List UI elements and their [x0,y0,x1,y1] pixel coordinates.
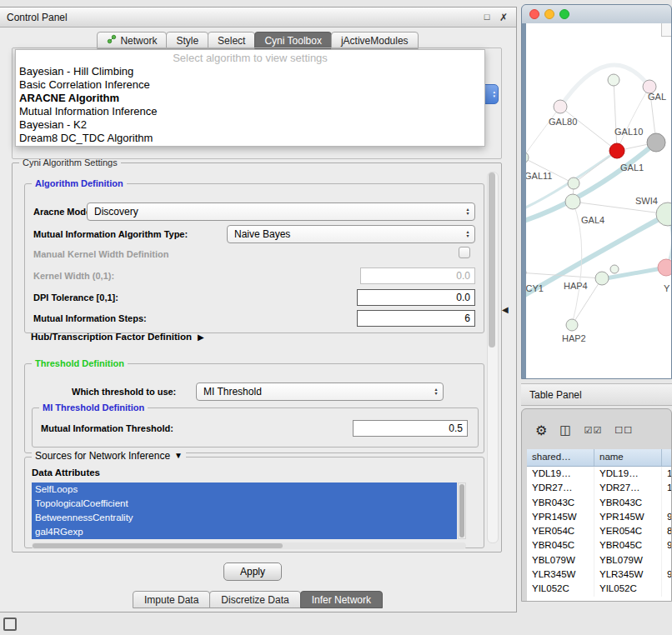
network-node[interactable] [526,152,529,163]
window-buttons: □ ✗ [481,12,509,23]
mi-threshold-group: MI Threshold Definition Mutual Informati… [32,408,479,448]
apply-button[interactable]: Apply [223,562,282,581]
manual-kernel-checkbox[interactable] [459,247,470,258]
clear-all-checkboxes-icon[interactable]: ☐☐ [614,425,633,436]
network-graph: GAL80GALGAL10GAL1GAL11SWI4GAL4GCY1HAP4YH… [526,23,672,379]
tab-style[interactable]: Style [166,32,208,49]
sources-section-header[interactable]: Sources for Network Inference ▼ [32,450,186,462]
node-gal10[interactable] [609,143,624,158]
aracne-mode-select[interactable]: Discovery ▴▾ [87,202,475,221]
table-row[interactable]: YDR27…YDR27…12 [527,481,671,495]
algorithm-option[interactable]: Bayesian - K2 [16,118,484,132]
select-all-checkboxes-icon[interactable]: ☑☑ [584,425,603,436]
attributes-horizontal-scrollbar[interactable] [32,542,466,549]
column-header[interactable]: shared… [527,449,594,466]
algorithm-option[interactable]: Bayesian - Hill Climbing [16,65,484,78]
node-swi4[interactable] [656,202,672,226]
node-hap2[interactable] [566,319,578,331]
table-row[interactable]: YBR045CYBR045C9. [527,538,671,552]
attributes-vertical-scrollbar[interactable] [458,482,466,539]
table-row[interactable]: YER054CYER054C8. [527,524,671,538]
table-cell: YDL19… [594,467,662,481]
tab-cyni-toolbox[interactable]: Cyni Toolbox [254,32,331,49]
settings-scrollbar[interactable] [487,172,499,543]
algorithm-option[interactable]: ARACNE Algorithm [16,92,484,105]
attribute-item[interactable]: SelfLoops [32,482,457,497]
node-label: GAL [648,92,666,102]
network-edge [560,65,649,107]
node-gal4[interactable] [565,194,580,209]
bottom-tab-bar: Impute DataDiscretize DataInfer Network [0,591,516,608]
column-header[interactable]: name [594,449,662,466]
network-canvas[interactable]: GAL80GALGAL10GAL1GAL11SWI4GAL4GCY1HAP4YH… [526,23,672,379]
dpi-tolerance-input[interactable] [357,289,475,306]
control-panel-titlebar: Control Panel □ ✗ [0,8,516,28]
table-cell: YPR145W [594,510,662,524]
attribute-item[interactable]: TopologicalCoefficient [32,497,457,511]
kernel-width-input[interactable] [360,268,475,284]
hub-definition-section[interactable]: Hub/Transcription Factor Definition ▶ [31,332,204,342]
table-body: YDL19…YDL19…13YDR27…YDR27…12YBR043CYBR04… [527,467,671,597]
which-threshold-label: Which threshold to use: [72,387,176,397]
network-edge [560,107,617,151]
restore-panel-icon[interactable] [3,618,17,631]
table-row[interactable]: YBR043CYBR043C [527,496,671,510]
node-gal11[interactable] [568,178,579,189]
network-edge [614,80,617,151]
tab-discretize-data[interactable]: Discretize Data [209,591,300,608]
algorithm-option[interactable]: Mutual Information Inference [16,105,484,118]
node-hap4[interactable] [595,272,609,285]
table-row[interactable]: YBL079WYBL079W [527,553,671,568]
table-cell: YLR345W [594,568,662,582]
table-cell: YBL079W [527,553,594,568]
float-window-icon[interactable]: □ [481,12,493,23]
tab-network[interactable]: Network [97,32,167,49]
columns-icon[interactable]: ◫ [559,422,571,438]
table-row[interactable]: YIL052CYIL052C [527,582,671,596]
node-label: HAP2 [562,333,586,343]
mi-threshold-input[interactable] [353,420,468,437]
manual-kernel-label: Manual Kernel Width Definition [33,249,168,259]
tab-jactivemodules[interactable]: jActiveModules [331,32,419,49]
dropdown-arrows-icon: ▴▾ [461,208,474,216]
zoom-traffic-light-icon[interactable] [559,9,569,19]
attribute-item[interactable]: BetweennessCentrality [32,511,457,525]
network-node[interactable] [610,265,619,273]
scrollbar-thumb[interactable] [459,484,464,538]
table-row[interactable]: YLR345WYLR345W9. [527,568,671,582]
tab-infer-network[interactable]: Infer Network [300,591,383,608]
tab-select[interactable]: Select [208,32,255,49]
mi-threshold-label: Mutual Information Threshold: [41,423,173,433]
mi-steps-input[interactable] [357,310,475,327]
table-row[interactable]: YPR145WYPR145W9. [527,510,671,524]
table-toolbar: ⚙ ◫ ☑☑ ☐☐ [522,414,671,446]
canvas-corner-box[interactable] [661,23,671,37]
splitter-collapse-icon[interactable]: ◀ [502,305,509,314]
close-icon[interactable]: ✗ [498,12,509,23]
close-traffic-light-icon[interactable] [529,9,539,19]
attribute-item[interactable]: gal4RGexp [32,525,457,539]
threshold-definition-group: Threshold Definition Which threshold to … [24,363,484,453]
tab-impute-data[interactable]: Impute Data [133,591,210,608]
gear-icon[interactable]: ⚙ [535,422,547,438]
node-pink[interactable] [658,259,672,276]
mi-type-select[interactable]: Naive Bayes ▴▾ [227,225,475,243]
algorithm-option[interactable]: Dream8 DC_TDC Algorithm [16,132,484,145]
minimize-traffic-light-icon[interactable] [544,9,554,19]
scrollbar-thumb[interactable] [489,172,495,348]
node-gray[interactable] [647,133,665,152]
which-threshold-select[interactable]: MI Threshold ▴▾ [196,382,444,401]
scrollbar-thumb[interactable] [33,543,283,548]
node-label: GAL11 [526,171,552,181]
collapse-right-icon: ▶ [198,332,204,342]
network-node[interactable] [608,74,619,86]
mi-threshold-group-title: MI Threshold Definition [39,402,148,413]
algorithm-option[interactable]: Basic Correlation Inference [16,78,484,92]
data-attributes-label: Data Attributes [32,468,100,478]
node-gal80[interactable] [554,100,567,113]
table-cell: YBL079W [594,553,662,568]
data-attributes-list: SelfLoopsTopologicalCoefficientBetweenne… [32,482,457,539]
column-header[interactable] [662,449,672,466]
table-panel-window: ⚙ ◫ ☑☑ ☐☐ shared…name YDL19…YDL19…13YDR2… [521,408,672,602]
table-row[interactable]: YDL19…YDL19…13 [527,467,671,481]
